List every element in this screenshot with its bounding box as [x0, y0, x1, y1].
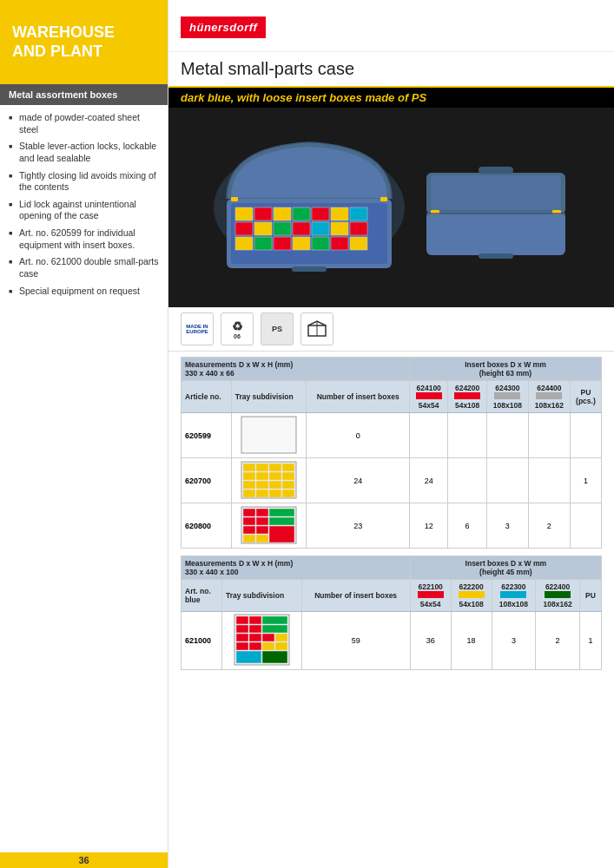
- pu-621000: 1: [579, 612, 601, 670]
- svg-rect-25: [231, 197, 238, 201]
- svg-rect-83: [236, 651, 261, 663]
- col-article-header-2: Art. no. blue: [182, 580, 222, 612]
- svg-rect-30: [479, 167, 513, 174]
- svg-rect-5: [274, 207, 291, 220]
- article-620800: 620800: [182, 503, 232, 549]
- svg-rect-24: [292, 266, 327, 272]
- svg-rect-82: [275, 642, 287, 650]
- col-622300-header: 622300 108x108: [492, 580, 536, 612]
- table-row: 621000: [182, 612, 602, 670]
- svg-rect-62: [269, 517, 294, 525]
- svg-rect-8: [331, 207, 348, 220]
- col-tray-header: Tray subdivision: [231, 381, 307, 413]
- svg-rect-18: [254, 237, 272, 250]
- c4-620599: [528, 413, 570, 458]
- col-622400-header: 622400 108x162: [536, 580, 580, 612]
- svg-rect-52: [256, 490, 268, 497]
- tray-621000: [222, 612, 302, 670]
- svg-rect-72: [236, 625, 248, 633]
- svg-rect-37: [241, 417, 296, 453]
- c2-620800: 6: [448, 503, 486, 549]
- svg-rect-22: [331, 237, 348, 250]
- svg-rect-50: [282, 481, 294, 489]
- sidebar-list: made of powder-coated sheet steel Stable…: [0, 105, 168, 309]
- c2-620599: [448, 413, 486, 458]
- article-620599: 620599: [182, 413, 232, 458]
- list-item: Art. no. 621000 double small-parts case: [9, 256, 159, 279]
- svg-rect-81: [262, 642, 274, 650]
- svg-rect-33: [479, 253, 513, 259]
- table-row: 620599 0: [182, 413, 602, 458]
- brand-logo: hünersdorff: [181, 16, 266, 38]
- svg-rect-42: [282, 464, 294, 471]
- number-620700: 24: [307, 458, 410, 503]
- product-table-1: Measurements D x W x H (mm) 330 x 440 x …: [181, 357, 602, 549]
- col-tray-header-2: Tray subdivision: [222, 580, 302, 612]
- svg-rect-67: [256, 535, 268, 542]
- col-number-header: Number of insert boxes: [307, 381, 410, 413]
- page-number: 36: [0, 852, 168, 868]
- svg-rect-7: [312, 207, 329, 220]
- svg-rect-4: [254, 207, 272, 220]
- c2-621000: 18: [451, 612, 492, 670]
- svg-rect-58: [256, 509, 268, 516]
- main-header: hünersdorff: [168, 0, 614, 52]
- c3-620700: [486, 458, 528, 503]
- svg-rect-49: [269, 481, 281, 489]
- list-item: Stable lever-action locks, lockable and …: [9, 141, 159, 164]
- table2-insert-header: Insert boxes D x W mm (height 45 mm): [410, 556, 601, 580]
- col-624200-header: 624200 54x108: [448, 381, 486, 413]
- c3-620800: 3: [486, 503, 528, 549]
- sidebar-header: WAREHOUSEAND PLANT: [0, 0, 168, 84]
- table2-measurement-header: Measurements D x W x H (mm) 330 x 440 x …: [182, 556, 411, 580]
- svg-rect-27: [426, 212, 565, 255]
- product-images-area: [168, 108, 614, 307]
- col-pu-header-2: PU: [579, 580, 601, 612]
- svg-rect-3: [235, 207, 253, 220]
- c1-620599: [409, 413, 447, 458]
- subtitle-band: dark blue, with loose insert boxes made …: [168, 88, 614, 108]
- list-item: made of powder-coated sheet steel: [9, 112, 159, 135]
- main-title-bar: Metal small-parts case: [168, 52, 614, 88]
- svg-rect-21: [312, 237, 329, 250]
- article-620700: 620700: [182, 458, 232, 503]
- svg-rect-84: [262, 651, 287, 663]
- case-open-large: [209, 129, 409, 286]
- svg-rect-47: [243, 481, 255, 489]
- c3-621000: 3: [492, 612, 536, 670]
- svg-rect-77: [262, 634, 274, 641]
- c4-620800: 2: [528, 503, 570, 549]
- tables-area: Measurements D x W x H (mm) 330 x 440 x …: [168, 352, 614, 868]
- svg-rect-51: [243, 490, 255, 497]
- list-item: Lid lock against unintentional opening o…: [9, 199, 159, 222]
- col-article-header: Article no.: [182, 381, 232, 413]
- col-624300-header: 624300 108x108: [486, 381, 528, 413]
- product-table-2: Measurements D x W x H (mm) 330 x 440 x …: [181, 556, 602, 670]
- col-624400-header: 624400 108x162: [528, 381, 570, 413]
- sidebar: WAREHOUSEAND PLANT Metal assortment boxe…: [0, 0, 168, 868]
- svg-rect-9: [350, 207, 367, 220]
- col-number-header-2: Number of insert boxes: [301, 580, 410, 612]
- table1-measurement-header: Measurements D x W x H (mm) 330 x 440 x …: [182, 358, 410, 381]
- col-622200-header: 622200 54x108: [451, 580, 492, 612]
- svg-rect-64: [256, 526, 268, 534]
- svg-rect-60: [243, 517, 255, 525]
- svg-rect-12: [274, 222, 291, 235]
- svg-rect-26: [380, 197, 387, 201]
- svg-rect-44: [256, 472, 268, 480]
- svg-rect-73: [249, 625, 261, 633]
- sidebar-section-title: Metal assortment boxes: [0, 84, 168, 105]
- svg-rect-53: [269, 490, 281, 497]
- list-item: Special equipment on request: [9, 286, 159, 298]
- svg-rect-66: [243, 535, 255, 542]
- c4-620700: [528, 458, 570, 503]
- pu-620700: 1: [570, 458, 601, 503]
- c3-620599: [486, 413, 528, 458]
- svg-rect-46: [282, 472, 294, 480]
- svg-rect-65: [269, 526, 294, 542]
- svg-rect-75: [236, 634, 248, 641]
- col-pu-header: PU(pcs.): [570, 381, 601, 413]
- svg-rect-20: [293, 237, 310, 250]
- c2-620700: [448, 458, 486, 503]
- svg-rect-74: [262, 625, 287, 633]
